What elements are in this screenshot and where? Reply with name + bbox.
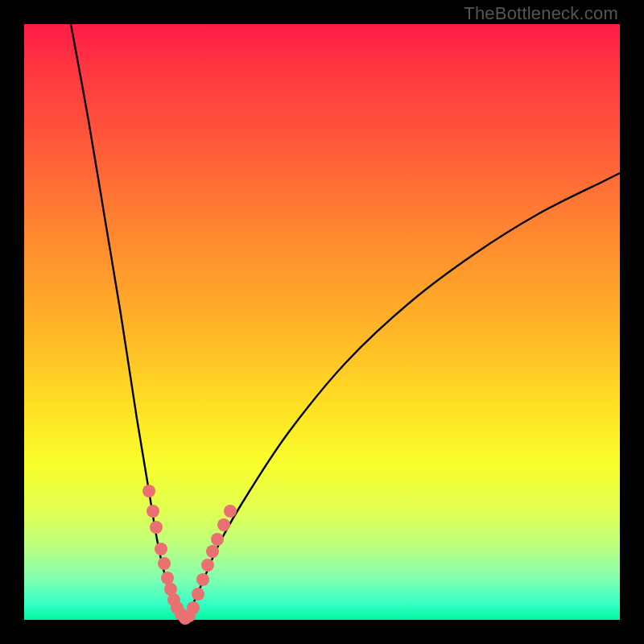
sample-dots <box>142 485 237 625</box>
sample-dot <box>142 485 155 497</box>
sample-dot <box>196 573 209 586</box>
chart-frame: TheBottleneck.com <box>0 0 644 644</box>
plot-area <box>24 24 620 620</box>
sample-dot <box>224 505 237 518</box>
sample-dot <box>161 572 174 584</box>
sample-dot <box>217 518 230 531</box>
sample-dot <box>206 545 219 558</box>
sample-dot <box>147 505 159 518</box>
watermark-text: TheBottleneck.com <box>464 3 618 24</box>
left-curve <box>71 24 185 620</box>
sample-dot <box>150 521 163 534</box>
sample-dot <box>187 601 200 614</box>
right-curve <box>185 173 620 620</box>
sample-dot <box>201 559 214 572</box>
sample-dot <box>155 543 167 555</box>
sample-dot <box>158 557 171 570</box>
sample-dot <box>211 533 224 546</box>
curve-layer <box>24 24 620 620</box>
sample-dot <box>192 588 204 601</box>
